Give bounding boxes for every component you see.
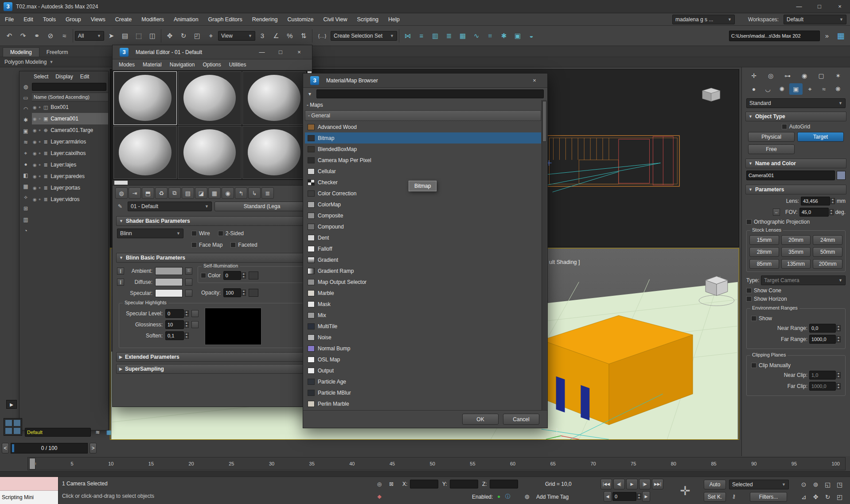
map-list-item[interactable]: Dent [305, 232, 541, 243]
visibility-eye-icon[interactable]: ◉ [33, 105, 37, 110]
explorer-filter-icon[interactable]: ◧ [21, 171, 30, 179]
explorer-filter-icon[interactable]: ≋ [21, 138, 30, 146]
specular-color-swatch[interactable] [155, 289, 183, 297]
map-list-item[interactable]: Gradient Ramp [305, 265, 541, 276]
track-bar[interactable] [0, 471, 850, 477]
self-illumination-spinner[interactable]: 0 ▲▼ [223, 271, 246, 280]
diffuse-specular-lock-icon[interactable]: ∥ [117, 279, 124, 286]
panel-expand-arrow[interactable]: ▶ [6, 400, 17, 409]
ribbon-tab-freeform[interactable]: Freeform [39, 48, 75, 57]
macro-recorder-row[interactable] [0, 477, 58, 491]
map-list-item[interactable]: BlendedBoxMap [305, 143, 541, 155]
general-section-header[interactable]: - General [305, 110, 541, 121]
menu-item[interactable]: Edit [19, 13, 38, 25]
scene-explorer-row[interactable]: ◉ ● ≣ Layer:lajes [32, 159, 108, 171]
layer-list-icon[interactable]: ≋ [93, 428, 102, 437]
target-camera-button[interactable]: Target [797, 132, 844, 142]
material-editor-toolbar-icon[interactable]: ◉ [222, 187, 234, 199]
browser-options-chevron-icon[interactable]: ▾ [305, 89, 315, 98]
scene-explorer-row[interactable]: ◉ ● ⊕ Camera001.Targe [32, 124, 108, 136]
toolbar-icon[interactable]: ↷ [16, 29, 30, 43]
x-coordinate-field[interactable] [410, 480, 438, 488]
specular-map-button[interactable] [185, 290, 192, 297]
map-list-item[interactable]: Map Output Selector [305, 276, 541, 287]
command-panel-tab-icon[interactable]: ✶ [831, 70, 845, 81]
command-panel-tab-icon[interactable]: ✛ [747, 70, 760, 81]
map-list-item[interactable]: Falloff [305, 243, 541, 254]
material-sample-slot[interactable] [242, 71, 306, 125]
ambient-color-swatch[interactable] [155, 267, 183, 275]
menu-item[interactable]: Tools [38, 13, 61, 25]
frame-counter[interactable]: 0 / 100 [11, 443, 88, 454]
playback-button[interactable]: ▶▶| [652, 479, 663, 489]
viewport-nav-icon[interactable]: ✥ [810, 491, 822, 503]
visibility-eye-icon[interactable]: ◉ [33, 140, 37, 144]
near-range-spinner[interactable]: 0,0 ▲▼ [809, 324, 841, 333]
next-frame-arrow[interactable]: > [90, 443, 97, 454]
app-logo-icon[interactable]: 3 [4, 2, 12, 11]
toolbar-overflow-icon[interactable]: » [820, 29, 834, 43]
material-editor-toolbar-icon[interactable]: ↳ [248, 187, 261, 199]
viewport-nav-icon[interactable]: ◰ [834, 491, 846, 503]
diffuse-color-swatch[interactable] [155, 278, 183, 286]
playback-button[interactable]: |▶ [639, 479, 651, 489]
map-list-item[interactable]: OSL Map [305, 354, 541, 365]
material-sample-slot[interactable] [242, 126, 306, 179]
name-and-color-rollout[interactable]: ▼Name and Color [745, 159, 846, 168]
snap-toolbar-icon[interactable]: % [283, 29, 296, 43]
category-icon[interactable]: ✺ [775, 83, 788, 95]
map-list-item[interactable]: ColorMap [305, 199, 541, 210]
category-icon[interactable]: ❋ [831, 83, 845, 95]
ribbon-subtab[interactable]: Polygon Modeling [4, 59, 47, 65]
maximize-button[interactable]: □ [271, 45, 290, 58]
map-list-scrollbar[interactable] [542, 100, 547, 410]
toolbar-icon[interactable]: ∿ [470, 29, 483, 43]
explorer-filter-icon[interactable]: ◍ [21, 83, 30, 91]
isolate-layer-icon[interactable]: ▦ [105, 428, 113, 437]
explorer-filter-icon[interactable]: ✧ [21, 194, 30, 202]
glossiness-spinner[interactable]: 10 ▲▼ [165, 320, 189, 329]
command-panel-tab-icon[interactable]: ◎ [764, 70, 777, 81]
freeze-dot-icon[interactable]: ● [39, 174, 41, 178]
diffuse-map-button[interactable] [185, 279, 192, 286]
map-list-item[interactable]: Normal Bump [305, 343, 541, 354]
playback-button[interactable]: ◀| [613, 479, 625, 489]
scene-explorer-menu-item[interactable]: Select [31, 73, 51, 81]
scene-explorer-row[interactable]: ◉ ● ≣ Layer:paredes [32, 171, 108, 182]
glossiness-map-button[interactable] [191, 321, 199, 328]
close-button[interactable]: × [830, 0, 850, 13]
toolbar-icon[interactable]: ◒ [525, 29, 538, 43]
map-list-item[interactable]: Particle MBlur [305, 387, 541, 398]
self-illumination-swatch[interactable] [249, 271, 258, 279]
show-horizon-checkbox[interactable]: Show Horizon [746, 296, 787, 302]
menu-item[interactable]: File [0, 13, 19, 25]
z-coordinate-field[interactable] [490, 480, 518, 488]
map-browser-titlebar[interactable]: 3 Material/Map Browser × [303, 74, 547, 88]
playback-button[interactable]: |◀◀ [600, 479, 612, 489]
material-editor-menu-item[interactable]: Material [139, 60, 165, 69]
ribbon-tab-modeling[interactable]: Modeling [3, 47, 39, 57]
visibility-eye-icon[interactable]: ◉ [33, 128, 37, 133]
wire-checkbox[interactable]: Wire [191, 230, 210, 236]
category-icon[interactable]: ⌖ [803, 83, 817, 95]
explorer-filter-icon[interactable]: ▦ [21, 182, 30, 190]
menu-item[interactable]: Customize [282, 13, 318, 25]
freeze-dot-icon[interactable]: ● [39, 186, 41, 190]
near-clip-spinner[interactable]: 1,0 ▲▼ [809, 371, 841, 380]
visibility-eye-icon[interactable]: ◉ [33, 163, 37, 167]
toolbar-icon[interactable]: ⬚ [132, 29, 145, 43]
explorer-filter-icon[interactable]: ◠ [21, 105, 30, 113]
visibility-eye-icon[interactable]: ◉ [33, 116, 37, 121]
playback-button[interactable]: ▶ [626, 479, 638, 489]
object-name-field[interactable]: Camera001 [746, 171, 835, 180]
category-icon[interactable]: ◡ [761, 83, 775, 95]
command-panel-tab-icon[interactable]: ⊶ [781, 70, 794, 81]
selection-filter-dropdown[interactable]: All▼ [75, 31, 104, 41]
map-search-input[interactable] [316, 89, 544, 98]
account-dropdown[interactable]: madalena g s ...▼ [672, 15, 735, 24]
stock-lens-button[interactable]: 200mm [813, 259, 842, 269]
maps-section-header[interactable]: - Maps [305, 100, 541, 110]
material-sample-slot[interactable] [113, 126, 177, 179]
lock-icon[interactable]: ⚿ [185, 268, 192, 275]
stock-lens-button[interactable]: 35mm [781, 247, 811, 257]
